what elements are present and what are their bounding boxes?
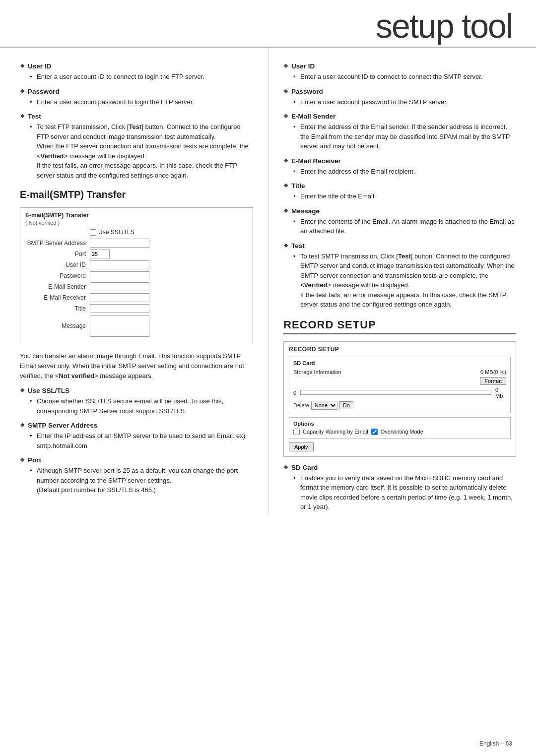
overwriting-checkbox[interactable] [371,429,378,435]
email-message-textarea[interactable] [90,315,149,337]
email-sender-input[interactable] [90,282,149,291]
do-button[interactable]: Do [339,401,353,409]
email-receiver-label: E-Mail Receiver [25,294,90,301]
test-item-1: To test FTP transmission, Click [Test] b… [30,122,253,180]
smtp-paragraph: You can transfer an alarm image through … [20,351,253,381]
password-item: Enter a user account password to login t… [30,97,253,107]
r-test-list: To test SMTP transmission, Click [Test] … [283,252,516,310]
user-id-heading: User ID [20,63,253,70]
email-receiver-input[interactable] [90,293,149,302]
use-ssl-item: Choose whether SSL/TLS secure e-mail wil… [30,396,253,416]
sd-card-list: Enables you to verify data saved on the … [283,473,516,512]
smtp-addr-list: Enter the IP address of an SMTP server t… [20,431,253,450]
r-message-heading: Message [283,207,516,215]
smtp-section-heading: E-mail(SMTP) Transfer [20,189,253,200]
r-email-receiver-item: Enter the address of the Email recipient… [293,167,516,177]
record-setup-box: RECORD SETUP SD Card Storage Information… [283,341,516,457]
ssl-label: Use SSL/TLS [98,229,134,236]
footer-text: English – 63 [479,740,512,747]
apply-button[interactable]: Apply [289,442,314,451]
smtp-form-subtitle: ( Not verified ) [25,220,248,226]
options-section: Options Capacity Warning by Email Overwr… [289,417,511,439]
test-heading: Test [20,113,253,120]
smtp-server-label: SMTP Server Address [25,240,90,247]
r-title-heading: Title [283,182,516,189]
email-receiver-row: E-Mail Receiver [25,293,248,302]
userid-row: User ID [25,260,248,269]
form-password-input[interactable] [90,271,149,280]
smtp-addr-heading: SMTP Server Address [20,422,253,429]
r-user-id-heading: User ID [283,63,516,70]
format-button[interactable]: Format [480,377,506,385]
page-container: setup tool User ID Enter a user account … [0,0,536,756]
port-item-1: Although SMTP server port is 25 as a def… [30,466,253,495]
email-message-label: Message [25,322,90,329]
port-label: Port [25,251,90,257]
page-header: setup tool [0,0,536,48]
progress-right: 0 Mb [495,387,506,399]
email-title-row: Title [25,304,248,313]
userid-input[interactable] [90,260,149,269]
password-heading: Password [20,88,253,95]
sd-card-item: Enables you to verify data saved on the … [293,473,516,512]
r-user-id-item: Enter a user account ID to connect to co… [293,72,516,82]
progress-left: 0 [293,390,296,396]
form-password-row: Password [25,271,248,280]
smtp-server-input[interactable] [90,239,149,248]
email-sender-row: E-Mail Sender [25,282,248,291]
email-title-label: Title [25,305,90,312]
r-test-heading: Test [283,242,516,250]
r-email-receiver-heading: E-Mail Receiver [283,157,516,165]
overwriting-label: Overwriting Mode [381,429,423,435]
port-heading: Port [20,456,253,464]
r-message-list: Enter the contents of the Email. An alar… [283,217,516,236]
sd-card-heading: SD Card [283,464,516,471]
ssl-row: Use SSL/TLS [25,229,248,236]
delete-select[interactable]: None [311,401,337,410]
smtp-form-title: E-mail(SMTP) Transfer [25,212,248,219]
test-list: To test FTP transmission, Click [Test] b… [20,122,253,180]
password-list: Enter a user account password to login t… [20,97,253,107]
email-sender-label: E-Mail Sender [25,283,90,290]
smtp-form-box: E-mail(SMTP) Transfer ( Not verified ) U… [20,207,253,344]
r-user-id-list: Enter a user account ID to connect to co… [283,72,516,82]
left-column: User ID Enter a user account ID to conne… [20,48,268,515]
r-email-sender-heading: E-Mail Sender [283,113,516,120]
email-title-input[interactable] [90,304,149,313]
capacity-warning-checkbox[interactable] [293,429,300,435]
storage-info-value: 0 MB(0 %) [480,369,506,375]
delete-row: Delete None Do [293,401,506,410]
userid-label: User ID [25,261,90,268]
r-password-list: Enter a user account password to the SMT… [283,97,516,107]
r-email-receiver-list: Enter the address of the Email recipient… [283,167,516,177]
storage-info-label: Storage Information [293,369,341,375]
options-section-title: Options [293,421,506,427]
capacity-warning-label: Capacity Warning by Email [303,429,368,435]
port-list: Although SMTP server port is 25 as a def… [20,466,253,495]
smtp-server-row: SMTP Server Address [25,239,248,248]
r-password-heading: Password [283,88,516,95]
page-title: setup tool [376,7,512,45]
r-email-sender-list: Enter the address of the Email sender. I… [283,122,516,151]
main-content: User ID Enter a user account ID to conne… [0,48,536,515]
progress-bar [300,390,491,395]
options-row: Capacity Warning by Email Overwriting Mo… [293,429,506,435]
use-ssl-heading: Use SSL/TLS [20,387,253,394]
r-test-item-1: To test SMTP transmission, Click [Test] … [293,252,516,310]
ssl-checkbox[interactable] [90,229,96,236]
storage-info-row: Storage Information 0 MB(0 %) [293,369,506,375]
r-title-item: Enter the title of the Email. [293,191,516,201]
sd-card-section: SD Card Storage Information 0 MB(0 %) Fo… [289,357,511,413]
smtp-addr-item: Enter the IP address of an SMTP server t… [30,431,253,450]
record-box-title: RECORD SETUP [289,346,511,353]
r-email-sender-item: Enter the address of the Email sender. I… [293,122,516,151]
r-message-item: Enter the contents of the Email. An alar… [293,217,516,236]
use-ssl-list: Choose whether SSL/TLS secure e-mail wil… [20,396,253,416]
footer: English – 63 [479,740,512,747]
r-title-list: Enter the title of the Email. [283,191,516,201]
record-setup-heading: RECORD SETUP [283,318,516,334]
port-input[interactable] [90,250,110,258]
form-password-label: Password [25,272,90,279]
r-password-item: Enter a user account password to the SMT… [293,97,516,107]
delete-label: Delete [293,402,309,408]
